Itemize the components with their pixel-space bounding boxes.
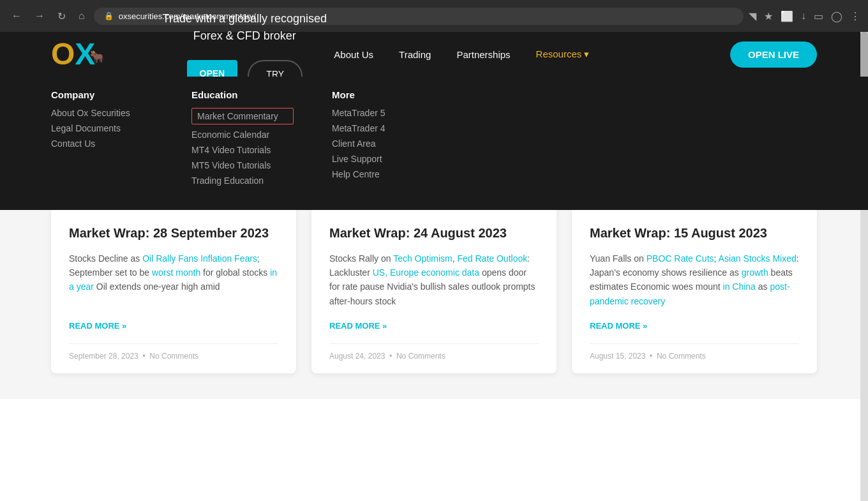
hero-tagline: Trade with a globally recognised Forex &… [155, 10, 334, 45]
dropdown-economic-calendar[interactable]: Economic Calendar [191, 130, 294, 140]
nav-resources[interactable]: Resources ▾ [536, 49, 590, 60]
browser-chrome: ← → ↻ ⌂ 🔒 oxsecurities.com/marketcomment… [0, 0, 868, 32]
dropdown-metatrader5[interactable]: MetaTrader 5 [332, 108, 434, 118]
main-nav: O X 🐂 Trade with a globally recognised F… [51, 32, 817, 77]
puzzle-icon[interactable]: ⬜ [781, 10, 793, 22]
dropdown-company-title: Company [51, 89, 153, 100]
scrollbar-thumb[interactable] [860, 32, 868, 83]
dropdown-company-col: Company About Ox Securities Legal Docume… [51, 89, 153, 191]
nav-links: About Us Trading Partnerships Resources … [334, 49, 730, 60]
nav-about-us[interactable]: About Us [334, 49, 373, 60]
card-2-footer: August 24, 2023 • No Comments [329, 343, 539, 361]
logo[interactable]: O X 🐂 [51, 39, 104, 70]
card-3-date: August 15, 2023 [590, 352, 645, 361]
nav-trading[interactable]: Trading [399, 49, 431, 60]
card-2-read-more[interactable]: READ MORE » [329, 321, 539, 331]
star-icon[interactable]: ★ [764, 10, 773, 22]
card-3-title: Market Wrap: 15 August 2023 [590, 225, 799, 241]
dropdown-help-centre[interactable]: Help Centre [332, 169, 434, 179]
dropdown-more-title: More [332, 89, 434, 100]
tablet-icon[interactable]: ▭ [814, 10, 823, 22]
download-icon[interactable]: ↓ [801, 10, 806, 22]
card-3-comments: No Comments [657, 352, 706, 361]
profile-icon[interactable]: ◯ [831, 10, 842, 22]
card-3-read-more[interactable]: READ MORE » [590, 321, 799, 331]
dropdown-metatrader4[interactable]: MetaTrader 4 [332, 123, 434, 133]
refresh-button[interactable]: ↻ [54, 8, 70, 25]
open-live-header-button[interactable]: OPEN LIVE [730, 41, 817, 68]
card-1-title: Market Wrap: 28 September 2023 [69, 225, 278, 241]
dropdown-mt5-tutorials[interactable]: MT5 Video Tutorials [191, 160, 294, 170]
dropdown-contact-us[interactable]: Contact Us [51, 138, 153, 149]
cards-grid: Market Wrap: 28 September 2023 Stocks De… [51, 207, 817, 374]
dropdown-trading-education[interactable]: Trading Education [191, 176, 294, 186]
logo-o: O [51, 39, 75, 70]
card-2-comments: No Comments [396, 352, 445, 361]
card-2-date: August 24, 2023 [329, 352, 385, 361]
menu-icon[interactable]: ⋮ [850, 10, 860, 22]
dropdown-legal-docs[interactable]: Legal Documents [51, 123, 153, 133]
card-1-excerpt: Stocks Decline as Oil Rally Fans Inflati… [69, 251, 278, 309]
browser-toolbar: ◥ ★ ⬜ ↓ ▭ ◯ ⋮ [749, 10, 860, 22]
card-3: Market Wrap: 15 August 2023 Yuan Falls o… [572, 207, 817, 374]
dropdown-mt4-tutorials[interactable]: MT4 Video Tutorials [191, 145, 294, 155]
dropdown-education-title: Education [191, 89, 294, 100]
dropdown-more-col: More MetaTrader 5 MetaTrader 4 Client Ar… [332, 89, 434, 191]
nav-partnerships[interactable]: Partnerships [456, 49, 510, 60]
dropdown-live-support[interactable]: Live Support [332, 154, 434, 164]
card-2-excerpt: Stocks Rally on Tech Optimism, Fed Rate … [329, 251, 539, 309]
card-1-footer: September 28, 2023 • No Comments [69, 343, 278, 361]
card-3-footer: August 15, 2023 • No Comments [590, 343, 799, 361]
card-1-comments: No Comments [149, 352, 198, 361]
nav-dropdown: Company About Ox Securities Legal Docume… [0, 77, 868, 210]
dropdown-about-ox[interactable]: About Ox Securities [51, 108, 153, 118]
forward-button[interactable]: → [31, 8, 49, 24]
dropdown-client-area[interactable]: Client Area [332, 138, 434, 149]
dropdown-education-col: Education Market Commentary Economic Cal… [191, 89, 294, 191]
card-2: Market Wrap: 24 August 2023 Stocks Rally… [311, 207, 557, 374]
card-1: Market Wrap: 28 September 2023 Stocks De… [51, 207, 296, 374]
dropdown-market-commentary[interactable]: Market Commentary [191, 108, 294, 124]
extensions-icon[interactable]: ◥ [749, 10, 756, 22]
card-3-excerpt: Yuan Falls on PBOC Rate Cuts; Asian Stoc… [590, 251, 799, 309]
card-2-title: Market Wrap: 24 August 2023 [329, 225, 539, 241]
home-button[interactable]: ⌂ [75, 8, 89, 24]
card-1-read-more[interactable]: READ MORE » [69, 321, 278, 331]
card-1-date: September 28, 2023 [69, 352, 138, 361]
back-button[interactable]: ← [8, 8, 26, 24]
site-header: O X 🐂 Trade with a globally recognised F… [0, 32, 868, 77]
logo-bull-icon: 🐂 [90, 51, 104, 63]
